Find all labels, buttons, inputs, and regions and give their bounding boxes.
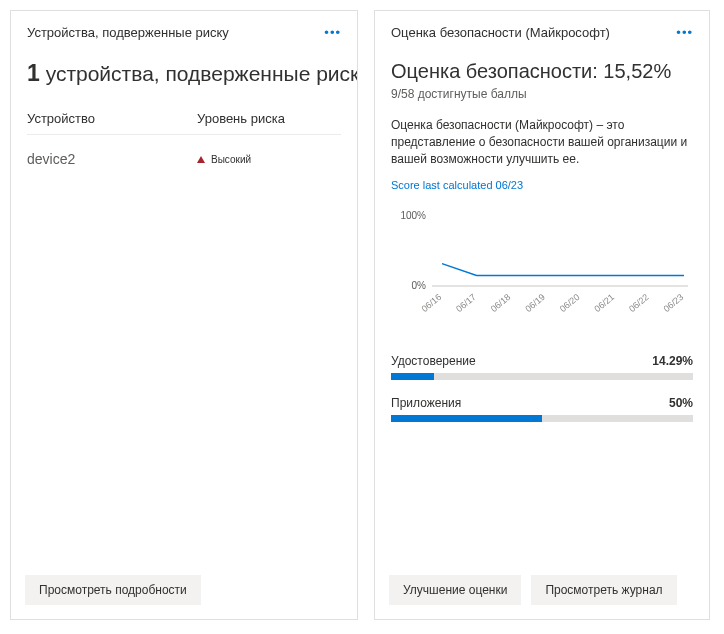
table-header: Устройство Уровень риска (27, 111, 341, 135)
device-name: device2 (27, 151, 197, 167)
chart-ytick-0: 0% (412, 280, 427, 291)
chart-xtick: 06/22 (627, 292, 651, 314)
device-count: 1 (27, 60, 40, 86)
bar-label: Удостоверение (391, 354, 476, 368)
score-chart: 100% 0% 06/1606/1706/1806/1906/2006/2106… (391, 201, 693, 334)
table-row[interactable]: device2 Высокий (27, 143, 341, 175)
card-title: Оценка безопасности (Майкрософт) (391, 25, 610, 40)
chart-xtick: 06/23 (662, 292, 686, 314)
bar-track (391, 373, 693, 380)
bar-fill (391, 373, 434, 380)
chart-xtick: 06/16 (420, 292, 444, 314)
chart-xtick: 06/18 (489, 292, 513, 314)
bar-row: Удостоверение14.29% (391, 354, 693, 380)
card-footer: Улучшение оценки Просмотреть журнал (375, 563, 709, 619)
risk-cell: Высокий (197, 154, 341, 165)
chart-xtick: 06/21 (592, 292, 616, 314)
bar-value: 50% (669, 396, 693, 410)
more-icon[interactable]: ••• (324, 25, 341, 40)
score-bars: Удостоверение14.29%Приложения50% (391, 354, 693, 422)
score-description: Оценка безопасности (Майкрософт) – это п… (391, 117, 693, 167)
chart-xtick: 06/17 (454, 292, 478, 314)
chart-line (442, 264, 684, 276)
bar-fill (391, 415, 542, 422)
card-footer: Просмотреть подробности (11, 563, 357, 619)
chart-xtick: 06/20 (558, 292, 582, 314)
chart-svg: 100% 0% 06/1606/1706/1806/1906/2006/2106… (391, 201, 693, 331)
devices-at-risk-heading: 1 устройства, подверженные риску (27, 60, 341, 87)
score-last-calculated: Score last calculated 06/23 (391, 179, 693, 191)
secure-score-card: Оценка безопасности (Майкрософт) ••• Оце… (374, 10, 710, 620)
chart-ytick-100: 100% (400, 210, 426, 221)
risk-triangle-icon (197, 156, 205, 163)
score-subtext: 9/58 достигнутые баллы (391, 87, 693, 101)
bar-row: Приложения50% (391, 396, 693, 422)
col-risk: Уровень риска (197, 111, 341, 126)
bar-track (391, 415, 693, 422)
bar-label: Приложения (391, 396, 461, 410)
score-heading: Оценка безопасности: 15,52% (391, 60, 693, 83)
view-details-button[interactable]: Просмотреть подробности (25, 575, 201, 605)
devices-at-risk-card: Устройства, подверженные риску ••• 1 уст… (10, 10, 358, 620)
device-heading-rest: устройства, подверженные риску (40, 62, 357, 85)
col-device: Устройство (27, 111, 197, 126)
card-header: Оценка безопасности (Майкрософт) ••• (375, 11, 709, 50)
improve-score-button[interactable]: Улучшение оценки (389, 575, 521, 605)
bar-value: 14.29% (652, 354, 693, 368)
bar-row-head: Приложения50% (391, 396, 693, 410)
more-icon[interactable]: ••• (676, 25, 693, 40)
card-header: Устройства, подверженные риску ••• (11, 11, 357, 50)
chart-xtick: 06/19 (523, 292, 547, 314)
view-history-button[interactable]: Просмотреть журнал (531, 575, 676, 605)
bar-row-head: Удостоверение14.29% (391, 354, 693, 368)
chart-xlabels: 06/1606/1706/1806/1906/2006/2106/2206/23 (420, 292, 686, 314)
card-title: Устройства, подверженные риску (27, 25, 229, 40)
card-body: 1 устройства, подверженные риску Устройс… (11, 50, 357, 563)
risk-label: Высокий (211, 154, 251, 165)
card-body: Оценка безопасности: 15,52% 9/58 достигн… (375, 50, 709, 563)
